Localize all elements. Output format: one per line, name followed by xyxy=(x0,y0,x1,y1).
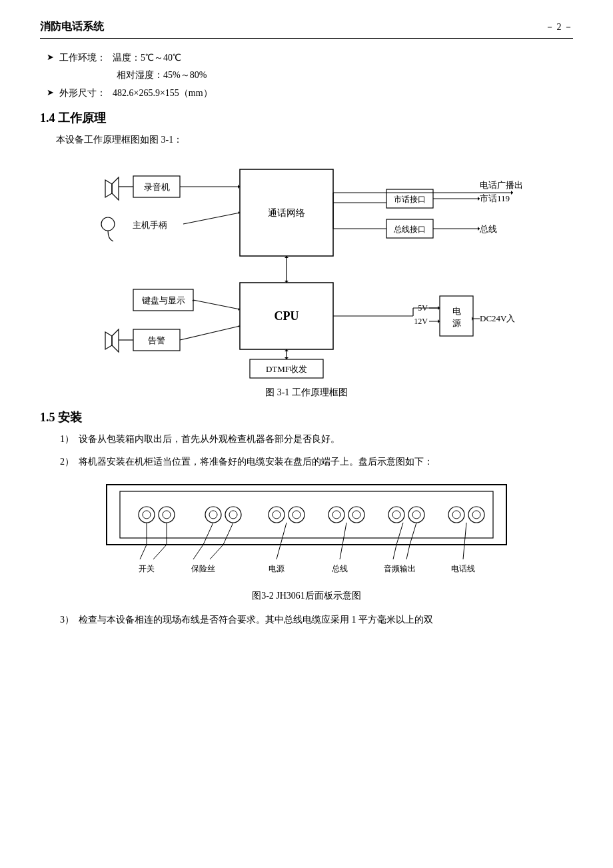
svg-text:总线: 总线 xyxy=(479,224,497,234)
svg-text:市话接口: 市话接口 xyxy=(394,195,426,204)
svg-text:保险丝: 保险丝 xyxy=(191,564,215,573)
svg-point-79 xyxy=(293,511,301,519)
svg-line-102 xyxy=(277,523,287,559)
svg-text:DTMF收发: DTMF收发 xyxy=(266,364,307,374)
svg-line-56 xyxy=(180,326,240,340)
svg-point-91 xyxy=(472,511,480,519)
install-text-1: 设备从包装箱内取出后，首先从外观检查机器各部分是否良好。 xyxy=(79,431,573,447)
svg-point-75 xyxy=(229,511,237,519)
page: 消防电话系统 － 2 － ➤ 工作环境： 温度：5℃～40℃ 相对湿度：45%～… xyxy=(0,0,613,868)
install-list-2: 3） 检查与本设备相连的现场布线是否符合要求。其中总线电缆应采用 1 平方毫米以… xyxy=(40,611,573,628)
svg-point-73 xyxy=(225,507,241,523)
svg-line-98 xyxy=(193,545,203,559)
svg-text:源: 源 xyxy=(452,318,461,328)
svg-point-83 xyxy=(352,511,360,519)
svg-text:12V: 12V xyxy=(414,317,428,326)
install-item-1: 1） 设备从包装箱内取出后，首先从外观检查机器各部分是否良好。 xyxy=(60,431,573,447)
svg-text:电话线: 电话线 xyxy=(451,564,475,573)
spec-row-size: ➤ 外形尺寸： 482.6×265.9×155（mm） xyxy=(47,86,573,101)
svg-line-111 xyxy=(463,523,466,559)
svg-point-82 xyxy=(332,511,340,519)
svg-text:告警: 告警 xyxy=(148,335,165,345)
svg-point-87 xyxy=(412,511,420,519)
svg-point-68 xyxy=(139,507,155,523)
svg-point-78 xyxy=(273,511,281,519)
spec-value-env: 温度：5℃～40℃ xyxy=(113,51,181,65)
svg-point-6 xyxy=(101,217,115,231)
svg-point-69 xyxy=(159,507,175,523)
install-num-1: 1） xyxy=(60,431,79,447)
svg-text:主机手柄: 主机手柄 xyxy=(133,220,167,230)
svg-text:总线接口: 总线接口 xyxy=(393,225,426,234)
install-text-2: 将机器安装在机柜适当位置，将准备好的电缆安装在盘后的端子上。盘后示意图如下： xyxy=(79,453,573,470)
install-item-3: 3） 检查与本设备相连的现场布线是否符合要求。其中总线电缆应采用 1 平方毫米以… xyxy=(60,611,573,628)
install-item-2: 2） 将机器安装在机柜适当位置，将准备好的电缆安装在盘后的端子上。盘后示意图如下… xyxy=(60,453,573,470)
svg-point-89 xyxy=(468,507,484,523)
svg-rect-18 xyxy=(440,296,473,336)
svg-line-53 xyxy=(193,300,240,309)
svg-point-90 xyxy=(452,511,460,519)
svg-text:电源: 电源 xyxy=(269,564,285,573)
svg-marker-3 xyxy=(112,177,119,200)
svg-line-99 xyxy=(223,523,233,545)
arrow-icon-env: ➤ xyxy=(47,51,54,65)
svg-line-93 xyxy=(140,545,147,559)
svg-text:音频输出: 音频输出 xyxy=(384,564,416,573)
svg-point-86 xyxy=(392,511,400,519)
svg-line-108 xyxy=(410,523,416,545)
spec-label-env: 工作环境： xyxy=(59,51,113,65)
svg-rect-67 xyxy=(120,491,493,538)
install-num-3: 3） xyxy=(60,611,79,628)
header-title: 消防电话系统 xyxy=(40,20,104,34)
svg-text:CPU: CPU xyxy=(275,309,299,323)
svg-text:通话网络: 通话网络 xyxy=(268,208,305,218)
svg-point-84 xyxy=(388,507,404,523)
svg-point-81 xyxy=(348,507,364,523)
svg-line-106 xyxy=(396,523,403,545)
backpanel-container: 开关 保险丝 电源 总线 音频输出 电话线 xyxy=(40,479,573,586)
svg-text:DC24V入: DC24V入 xyxy=(480,313,515,323)
svg-text:市话119: 市话119 xyxy=(480,193,510,203)
svg-point-77 xyxy=(289,507,305,523)
section-14-desc: 本设备工作原理框图如图 3-1： xyxy=(40,131,573,148)
svg-text:键盘与显示: 键盘与显示 xyxy=(141,295,185,305)
spec-row-env: ➤ 工作环境： 温度：5℃～40℃ xyxy=(47,51,573,65)
svg-marker-13 xyxy=(105,332,112,349)
svg-point-80 xyxy=(328,507,344,523)
spec-label-size: 外形尺寸： xyxy=(59,86,113,101)
svg-text:开关: 开关 xyxy=(139,564,155,573)
section-14-title: 1.4 工作原理 xyxy=(40,110,573,126)
svg-point-70 xyxy=(143,511,151,519)
svg-point-72 xyxy=(205,507,221,523)
svg-point-88 xyxy=(448,507,464,523)
svg-text:电: 电 xyxy=(452,306,461,316)
svg-marker-41 xyxy=(511,191,513,195)
spec-block: ➤ 工作环境： 温度：5℃～40℃ 相对湿度：45%～80% ➤ 外形尺寸： 4… xyxy=(40,51,573,101)
svg-line-107 xyxy=(393,545,396,559)
backpanel-svg: 开关 保险丝 电源 总线 音频输出 电话线 xyxy=(100,479,513,586)
svg-point-85 xyxy=(408,507,424,523)
spec-value-size: 482.6×265.9×155（mm） xyxy=(113,86,213,101)
page-header: 消防电话系统 － 2 － xyxy=(40,20,573,39)
svg-line-97 xyxy=(203,523,213,545)
section-15-title: 1.5 安装 xyxy=(40,409,573,425)
block-diagram-svg: 录音机 主机手柄 通话网络 键盘与显示 告警 xyxy=(80,156,533,383)
svg-text:录音机: 录音机 xyxy=(144,182,170,192)
svg-marker-14 xyxy=(112,329,119,352)
arrow-icon-size: ➤ xyxy=(47,86,54,100)
svg-point-76 xyxy=(269,507,285,523)
backpanel-caption: 图3-2 JH3061后面板示意图 xyxy=(40,590,573,602)
svg-text:电话广播出: 电话广播出 xyxy=(480,180,523,190)
diagram-caption: 图 3-1 工作原理框图 xyxy=(40,387,573,399)
spec-humidity: 相对湿度：45%～80% xyxy=(47,68,573,83)
svg-marker-2 xyxy=(105,180,112,197)
svg-line-109 xyxy=(406,545,410,559)
svg-text:总线: 总线 xyxy=(331,564,348,573)
header-page: － 2 － xyxy=(545,21,573,33)
svg-line-48 xyxy=(183,213,240,224)
svg-line-95 xyxy=(153,545,167,559)
diagram-container: 录音机 主机手柄 通话网络 键盘与显示 告警 xyxy=(40,156,573,383)
svg-line-104 xyxy=(340,523,346,559)
svg-point-74 xyxy=(209,511,217,519)
svg-point-71 xyxy=(163,511,171,519)
